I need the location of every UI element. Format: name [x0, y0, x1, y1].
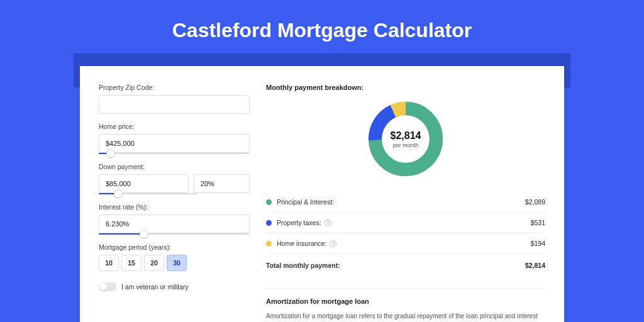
amortization-text: Amortization for a mortgage loan refers …: [266, 311, 545, 322]
down-payment-pct-input[interactable]: [194, 174, 250, 193]
period-option-15[interactable]: 15: [121, 255, 142, 271]
breakdown-panel: Monthly payment breakdown: $2,814 per mo…: [266, 84, 545, 322]
zip-input[interactable]: [99, 95, 250, 114]
legend-row: Property taxes:?$531: [266, 213, 545, 233]
period-label: Mortgage period (years):: [99, 243, 250, 251]
down-payment-group: Down payment:: [99, 163, 250, 194]
legend-row: Principal & Interest:$2,089: [266, 192, 545, 213]
blue-dot-icon: [266, 220, 272, 226]
legend-amount: $2,089: [525, 198, 545, 206]
donut-center: $2,814 per month: [365, 99, 446, 179]
breakdown-title: Monthly payment breakdown:: [266, 84, 545, 91]
home-price-group: Home price:: [99, 123, 250, 154]
period-option-30[interactable]: 30: [167, 255, 187, 271]
breakdown-legend: Principal & Interest:$2,089Property taxe…: [266, 192, 545, 254]
zip-label: Property Zip Code:: [99, 84, 250, 91]
down-payment-slider[interactable]: [99, 193, 197, 194]
interest-rate-slider-fill: [99, 233, 144, 235]
veteran-row: I am veteran or military: [99, 282, 250, 291]
interest-rate-slider-handle[interactable]: [140, 230, 148, 238]
zip-group: Property Zip Code:: [99, 84, 250, 114]
donut-chart: $2,814 per month: [365, 99, 446, 179]
breakdown-total-label: Total monthly payment:: [266, 262, 340, 269]
legend-label: Home insurance:: [277, 240, 326, 247]
legend-amount: $194: [531, 240, 545, 247]
interest-rate-group: Interest rate (%):: [99, 203, 250, 235]
veteran-toggle[interactable]: [99, 282, 116, 291]
period-option-10[interactable]: 10: [99, 255, 119, 271]
donut-chart-wrap: $2,814 per month: [266, 99, 545, 179]
period-group: Mortgage period (years): 10152030: [99, 243, 250, 271]
down-payment-label: Down payment:: [99, 163, 250, 170]
donut-sub: per month: [393, 142, 419, 148]
breakdown-total-amount: $2,814: [525, 262, 545, 269]
veteran-label: I am veteran or military: [121, 283, 189, 291]
help-icon[interactable]: ?: [330, 240, 336, 247]
legend-amount: $531: [531, 219, 545, 226]
interest-rate-label: Interest rate (%):: [99, 203, 250, 211]
legend-label: Property taxes:: [277, 219, 321, 226]
calculator-card: Property Zip Code: Home price: Down paym…: [80, 66, 564, 322]
donut-amount: $2,814: [391, 130, 421, 142]
home-price-slider[interactable]: [99, 153, 250, 154]
yellow-dot-icon: [266, 241, 272, 247]
amortization-section: Amortization for mortgage loan Amortizat…: [266, 288, 545, 322]
home-price-label: Home price:: [99, 123, 250, 130]
amortization-title: Amortization for mortgage loan: [266, 297, 545, 305]
interest-rate-slider[interactable]: [99, 233, 250, 235]
legend-label: Principal & Interest:: [277, 198, 334, 206]
down-payment-input[interactable]: [99, 174, 189, 193]
period-option-20[interactable]: 20: [144, 255, 164, 271]
green-dot-icon: [266, 199, 272, 205]
home-price-slider-handle[interactable]: [106, 149, 115, 158]
input-panel: Property Zip Code: Home price: Down paym…: [99, 84, 250, 322]
legend-row: Home insurance:?$194: [266, 233, 545, 254]
help-icon[interactable]: ?: [325, 219, 331, 226]
interest-rate-input[interactable]: [99, 214, 250, 233]
down-payment-slider-handle[interactable]: [114, 189, 123, 198]
page-title: Castleford Mortgage Calculator: [0, 0, 644, 53]
breakdown-total-row: Total monthly payment: $2,814: [266, 254, 545, 275]
period-options: 10152030: [99, 255, 250, 271]
home-price-input[interactable]: [99, 134, 250, 153]
